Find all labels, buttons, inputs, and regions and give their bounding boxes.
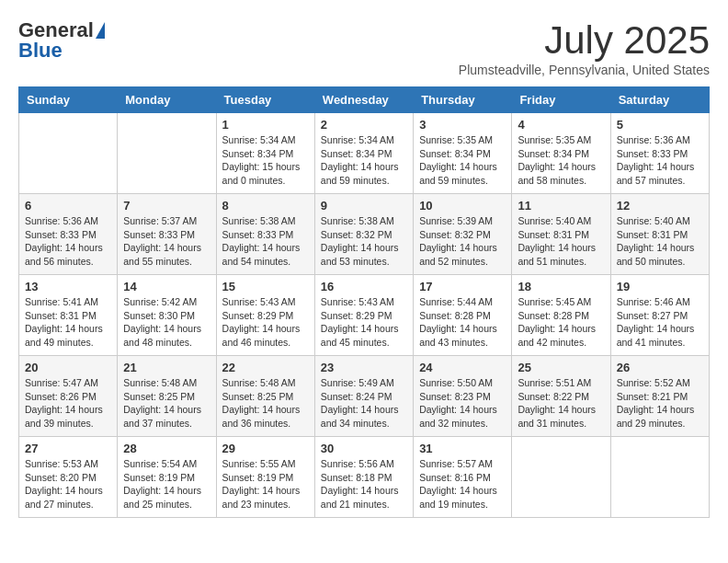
page-header: General Blue July 2025 Plumsteadville, P… — [18, 18, 710, 77]
calendar-cell: 15Sunrise: 5:43 AMSunset: 8:29 PMDayligh… — [216, 275, 314, 356]
day-info: Sunrise: 5:35 AMSunset: 8:34 PMDaylight:… — [419, 133, 506, 188]
day-number: 4 — [518, 118, 604, 132]
day-number: 30 — [321, 442, 407, 455]
day-info: Sunrise: 5:50 AMSunset: 8:23 PMDaylight:… — [419, 376, 506, 431]
day-info: Sunrise: 5:48 AMSunset: 8:25 PMDaylight:… — [222, 376, 309, 431]
day-number: 12 — [617, 199, 703, 213]
calendar-week-row: 6Sunrise: 5:36 AMSunset: 8:33 PMDaylight… — [19, 194, 710, 275]
day-number: 24 — [419, 361, 506, 374]
column-header-monday: Monday — [118, 87, 216, 113]
logo-blue-text: Blue — [18, 39, 63, 63]
calendar-cell: 8Sunrise: 5:38 AMSunset: 8:33 PMDaylight… — [216, 194, 314, 275]
day-info: Sunrise: 5:55 AMSunset: 8:19 PMDaylight:… — [222, 457, 309, 511]
day-number: 1 — [222, 118, 309, 132]
day-number: 25 — [518, 361, 604, 374]
day-info: Sunrise: 5:54 AMSunset: 8:19 PMDaylight:… — [123, 457, 210, 511]
month-title: July 2025 — [459, 18, 710, 63]
calendar-week-row: 13Sunrise: 5:41 AMSunset: 8:31 PMDayligh… — [19, 275, 710, 356]
calendar-cell: 9Sunrise: 5:38 AMSunset: 8:32 PMDaylight… — [314, 194, 413, 275]
day-info: Sunrise: 5:43 AMSunset: 8:29 PMDaylight:… — [321, 295, 407, 350]
day-info: Sunrise: 5:56 AMSunset: 8:18 PMDaylight:… — [321, 457, 407, 511]
calendar-cell: 23Sunrise: 5:49 AMSunset: 8:24 PMDayligh… — [314, 356, 413, 437]
day-number: 11 — [518, 199, 604, 213]
day-info: Sunrise: 5:42 AMSunset: 8:30 PMDaylight:… — [123, 295, 210, 350]
calendar-cell: 26Sunrise: 5:52 AMSunset: 8:21 PMDayligh… — [610, 356, 709, 437]
calendar-cell: 24Sunrise: 5:50 AMSunset: 8:23 PMDayligh… — [414, 356, 512, 437]
title-block: July 2025 Plumsteadville, Pennsylvania, … — [459, 18, 710, 77]
day-number: 7 — [123, 199, 210, 213]
day-info: Sunrise: 5:51 AMSunset: 8:22 PMDaylight:… — [518, 376, 604, 431]
day-info: Sunrise: 5:38 AMSunset: 8:33 PMDaylight:… — [222, 214, 309, 269]
calendar-cell: 6Sunrise: 5:36 AMSunset: 8:33 PMDaylight… — [19, 194, 118, 275]
day-info: Sunrise: 5:37 AMSunset: 8:33 PMDaylight:… — [123, 214, 210, 269]
day-info: Sunrise: 5:38 AMSunset: 8:32 PMDaylight:… — [321, 214, 407, 269]
calendar-cell — [118, 113, 216, 194]
day-info: Sunrise: 5:43 AMSunset: 8:29 PMDaylight:… — [222, 295, 309, 350]
day-number: 28 — [123, 442, 210, 455]
day-number: 13 — [25, 280, 111, 293]
day-number: 22 — [222, 361, 309, 374]
day-info: Sunrise: 5:36 AMSunset: 8:33 PMDaylight:… — [617, 133, 703, 188]
day-number: 20 — [25, 361, 111, 374]
day-number: 8 — [222, 199, 309, 213]
day-info: Sunrise: 5:36 AMSunset: 8:33 PMDaylight:… — [25, 214, 111, 269]
logo-triangle-icon — [96, 22, 105, 39]
day-number: 15 — [222, 280, 309, 293]
calendar-cell: 25Sunrise: 5:51 AMSunset: 8:22 PMDayligh… — [512, 356, 610, 437]
day-info: Sunrise: 5:49 AMSunset: 8:24 PMDaylight:… — [321, 376, 407, 431]
calendar-cell: 14Sunrise: 5:42 AMSunset: 8:30 PMDayligh… — [118, 275, 216, 356]
day-info: Sunrise: 5:41 AMSunset: 8:31 PMDaylight:… — [25, 295, 111, 350]
day-info: Sunrise: 5:40 AMSunset: 8:31 PMDaylight:… — [518, 214, 604, 269]
day-number: 2 — [321, 118, 407, 132]
calendar-cell: 5Sunrise: 5:36 AMSunset: 8:33 PMDaylight… — [610, 113, 709, 194]
calendar-cell: 2Sunrise: 5:34 AMSunset: 8:34 PMDaylight… — [314, 113, 413, 194]
calendar-cell — [19, 113, 118, 194]
location-text: Plumsteadville, Pennsylvania, United Sta… — [459, 63, 710, 77]
calendar-cell: 22Sunrise: 5:48 AMSunset: 8:25 PMDayligh… — [216, 356, 314, 437]
calendar-cell: 30Sunrise: 5:56 AMSunset: 8:18 PMDayligh… — [314, 437, 413, 518]
calendar-cell: 16Sunrise: 5:43 AMSunset: 8:29 PMDayligh… — [314, 275, 413, 356]
day-info: Sunrise: 5:47 AMSunset: 8:26 PMDaylight:… — [25, 376, 111, 431]
calendar-header-row: SundayMondayTuesdayWednesdayThursdayFrid… — [19, 87, 710, 113]
calendar-cell: 21Sunrise: 5:48 AMSunset: 8:25 PMDayligh… — [118, 356, 216, 437]
calendar-cell: 7Sunrise: 5:37 AMSunset: 8:33 PMDaylight… — [118, 194, 216, 275]
calendar-cell: 13Sunrise: 5:41 AMSunset: 8:31 PMDayligh… — [19, 275, 118, 356]
day-info: Sunrise: 5:53 AMSunset: 8:20 PMDaylight:… — [25, 457, 111, 511]
calendar-cell: 28Sunrise: 5:54 AMSunset: 8:19 PMDayligh… — [118, 437, 216, 518]
calendar-cell: 20Sunrise: 5:47 AMSunset: 8:26 PMDayligh… — [19, 356, 118, 437]
day-info: Sunrise: 5:52 AMSunset: 8:21 PMDaylight:… — [617, 376, 703, 431]
day-info: Sunrise: 5:34 AMSunset: 8:34 PMDaylight:… — [321, 133, 407, 188]
column-header-saturday: Saturday — [610, 87, 709, 113]
day-number: 10 — [419, 199, 506, 213]
calendar-cell: 11Sunrise: 5:40 AMSunset: 8:31 PMDayligh… — [512, 194, 610, 275]
calendar-cell: 12Sunrise: 5:40 AMSunset: 8:31 PMDayligh… — [610, 194, 709, 275]
column-header-friday: Friday — [512, 87, 610, 113]
day-number: 18 — [518, 280, 604, 293]
day-number: 3 — [419, 118, 506, 132]
calendar-table: SundayMondayTuesdayWednesdayThursdayFrid… — [18, 86, 710, 518]
calendar-cell: 3Sunrise: 5:35 AMSunset: 8:34 PMDaylight… — [414, 113, 512, 194]
calendar-cell — [610, 437, 709, 518]
calendar-cell: 18Sunrise: 5:45 AMSunset: 8:28 PMDayligh… — [512, 275, 610, 356]
day-info: Sunrise: 5:39 AMSunset: 8:32 PMDaylight:… — [419, 214, 506, 269]
day-number: 17 — [419, 280, 506, 293]
calendar-cell: 31Sunrise: 5:57 AMSunset: 8:16 PMDayligh… — [414, 437, 512, 518]
day-info: Sunrise: 5:45 AMSunset: 8:28 PMDaylight:… — [518, 295, 604, 350]
calendar-cell: 27Sunrise: 5:53 AMSunset: 8:20 PMDayligh… — [19, 437, 118, 518]
day-number: 16 — [321, 280, 407, 293]
day-info: Sunrise: 5:57 AMSunset: 8:16 PMDaylight:… — [419, 457, 506, 511]
day-info: Sunrise: 5:35 AMSunset: 8:34 PMDaylight:… — [518, 133, 604, 188]
day-info: Sunrise: 5:48 AMSunset: 8:25 PMDaylight:… — [123, 376, 210, 431]
day-number: 14 — [123, 280, 210, 293]
day-number: 5 — [617, 118, 703, 132]
logo: General Blue — [18, 18, 105, 63]
day-number: 6 — [25, 199, 111, 213]
day-number: 27 — [25, 442, 111, 455]
calendar-cell: 17Sunrise: 5:44 AMSunset: 8:28 PMDayligh… — [414, 275, 512, 356]
calendar-cell: 4Sunrise: 5:35 AMSunset: 8:34 PMDaylight… — [512, 113, 610, 194]
column-header-tuesday: Tuesday — [216, 87, 314, 113]
day-number: 19 — [617, 280, 703, 293]
day-number: 26 — [617, 361, 703, 374]
calendar-cell — [512, 437, 610, 518]
day-info: Sunrise: 5:46 AMSunset: 8:27 PMDaylight:… — [617, 295, 703, 350]
